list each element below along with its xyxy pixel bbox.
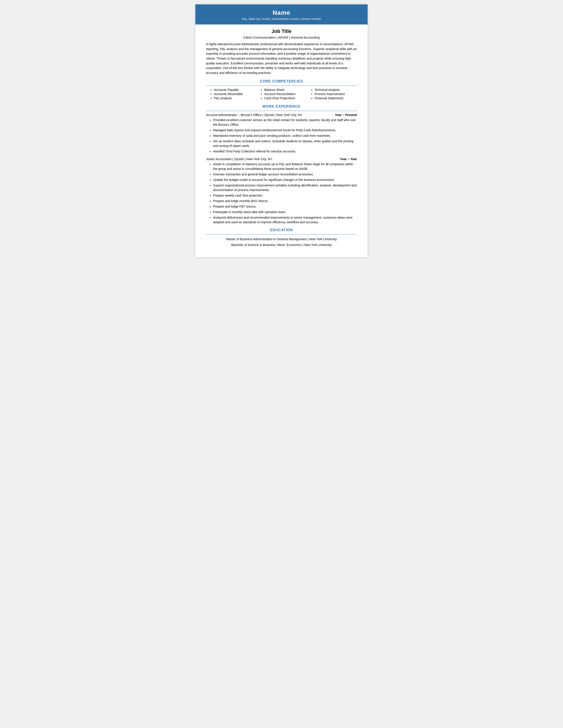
list-item: Accounts Payable: [214, 88, 256, 92]
work-header-2: Junior Accountant | ZipJob | New York Ci…: [206, 157, 357, 161]
job-title-2: Junior Accountant | ZipJob | New York Ci…: [206, 157, 272, 161]
job-bullets-1: Provided excellent customer service as t…: [206, 118, 357, 154]
competencies-col-1: Accounts Payable Accounts Receivable P&L…: [206, 88, 256, 101]
competencies-list-2: Balance Sheet Account Reconciliation Cas…: [260, 88, 307, 100]
work-entry-1: Account Administrator – Bursar's Office …: [206, 113, 357, 154]
job-bullets-2: Assist in compilation of statutory accou…: [206, 162, 357, 225]
list-item: Set up student class schedule and roster…: [213, 139, 357, 148]
list-item: Prepare and lodge FBT returns.: [213, 204, 357, 209]
education-divider: [206, 234, 357, 235]
list-item: Technical Analysis: [315, 88, 357, 92]
list-item: Accounts Receivable: [214, 92, 256, 96]
job-title-1: Account Administrator – Bursar's Office …: [206, 113, 302, 117]
list-item: Support organizational process improveme…: [213, 183, 357, 192]
list-item: Update the budget model to account for s…: [213, 178, 357, 182]
list-item: Financial Statements: [315, 96, 357, 100]
summary-text: A highly talented Account Administrator …: [206, 42, 357, 75]
list-item: Maintained inventory of soda and juice v…: [213, 133, 357, 138]
list-item: P&L Analysis: [214, 96, 256, 100]
education-section: Master of Business Administration in Gen…: [206, 237, 357, 248]
job-subtitle: Client Communication | AP/AR | General A…: [206, 36, 357, 39]
work-entry-2: Junior Accountant | ZipJob | New York Ci…: [206, 157, 357, 225]
job-company-1: | ZipJob | New York City, NY: [262, 113, 303, 117]
contact-info: City, State zip | email | www.linkedin.c…: [204, 17, 359, 21]
list-item: Participate in monthly stock take with o…: [213, 210, 357, 214]
work-divider: [206, 111, 357, 111]
competencies-col-3: Technical Analysis Process Improvement F…: [307, 88, 357, 101]
degree-2: Bachelor of Science in Business; Minor: …: [206, 242, 357, 247]
job-date-1: Year – Present: [335, 113, 357, 117]
list-item: Analyzed deficiencies and recommended im…: [213, 215, 357, 225]
candidate-name: Name: [204, 9, 359, 16]
job-title: Job Title: [206, 28, 357, 34]
list-item: Oversee transaction and general ledger a…: [213, 172, 357, 177]
list-item: Provided excellent customer service as t…: [213, 118, 357, 127]
header-section: Name City, State zip | email | www.linke…: [195, 4, 368, 24]
list-item: Cash Flow Projections: [264, 96, 307, 100]
competencies-col-2: Balance Sheet Account Reconciliation Cas…: [256, 88, 307, 101]
resume-document: Name City, State zip | email | www.linke…: [195, 4, 368, 257]
list-item: Managed daily reports and request reimbu…: [213, 128, 357, 133]
job-date-2: Year – Year: [340, 157, 357, 161]
list-item: Account Reconciliation: [264, 92, 307, 96]
competencies-list-1: Accounts Payable Accounts Receivable P&L…: [210, 88, 256, 100]
competencies-heading: CORE COMPETENCIES: [206, 79, 357, 83]
work-header-1: Account Administrator – Bursar's Office …: [206, 113, 357, 117]
list-item: Prepare weekly cash flow projection.: [213, 193, 357, 198]
list-item: Handled Third Party Collection referral …: [213, 149, 357, 154]
list-item: Assist in compilation of statutory accou…: [213, 162, 357, 171]
job-company-2: | ZipJob | New York City, NY: [232, 157, 272, 161]
degree-1: Master of Business Administration in Gen…: [206, 237, 357, 242]
list-item: Prepare and lodge monthly BAS returns.: [213, 199, 357, 203]
resume-body: Job Title Client Communication | AP/AR |…: [195, 24, 368, 248]
competencies-list-3: Technical Analysis Process Improvement F…: [311, 88, 357, 100]
list-item: Balance Sheet: [264, 88, 307, 92]
list-item: Process Improvement: [315, 92, 357, 96]
work-experience-heading: WORK EXPERIENCE: [206, 105, 357, 109]
education-heading: EDUCATION: [206, 228, 357, 232]
competencies-grid: Accounts Payable Accounts Receivable P&L…: [206, 88, 357, 101]
